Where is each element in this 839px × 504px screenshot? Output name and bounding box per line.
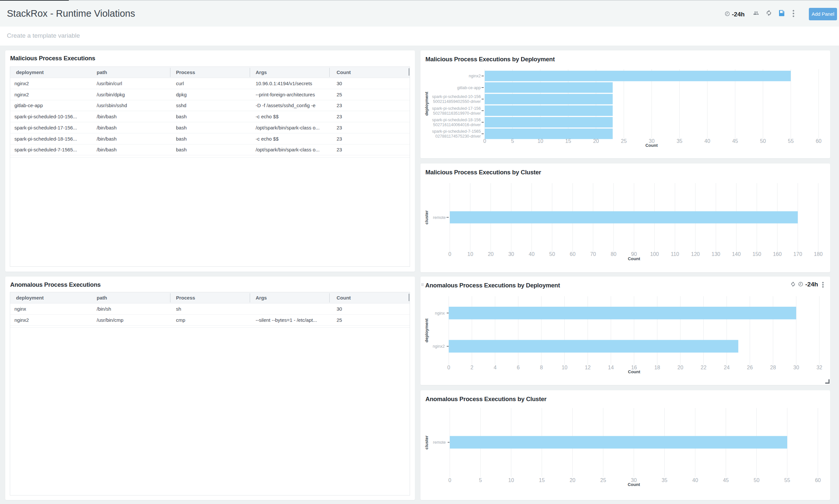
svg-text:45: 45 — [732, 138, 738, 144]
svg-text:6: 6 — [517, 365, 520, 370]
svg-text:25: 25 — [621, 138, 627, 144]
svg-text:180: 180 — [814, 251, 823, 257]
svg-text:5: 5 — [479, 478, 482, 483]
svg-text:spark-pi-scheduled-10-156: spark-pi-scheduled-10-156 — [432, 94, 481, 99]
svg-text:5027161140064016-driver: 5027161140064016-driver — [433, 123, 481, 127]
svg-text:55: 55 — [788, 138, 794, 144]
svg-text:22: 22 — [701, 365, 707, 370]
svg-text:Count: Count — [628, 369, 640, 374]
svg-text:55: 55 — [784, 478, 790, 483]
svg-text:26: 26 — [747, 365, 753, 370]
svg-text:5002114859402550-driver: 5002114859402550-driver — [433, 99, 481, 104]
svg-text:Malicious Process Executions b: Malicious Process Executions by Cluster — [425, 169, 541, 176]
svg-text:10: 10 — [508, 478, 514, 483]
svg-text:50: 50 — [754, 478, 760, 483]
svg-text:Anomalous Process Executions b: Anomalous Process Executions by Deployme… — [425, 282, 560, 289]
svg-text:28: 28 — [770, 365, 776, 370]
svg-text:160: 160 — [773, 251, 782, 257]
svg-text:10: 10 — [537, 138, 543, 144]
svg-text:gitlab-ce-app: gitlab-ce-app — [457, 86, 481, 90]
svg-text:32: 32 — [816, 365, 822, 370]
svg-text:0: 0 — [447, 365, 450, 370]
svg-text:nginx2: nginx2 — [433, 344, 445, 349]
svg-text:70: 70 — [590, 251, 596, 257]
svg-text:35: 35 — [662, 478, 667, 483]
svg-text:Count: Count — [645, 143, 658, 148]
svg-text:4: 4 — [494, 365, 497, 370]
svg-text:cluster: cluster — [424, 210, 429, 224]
svg-text:40: 40 — [704, 138, 710, 144]
svg-text:5027881163519970-driver: 5027881163519970-driver — [433, 111, 481, 116]
svg-text:0: 0 — [448, 478, 451, 483]
svg-text:Malicious Process Executions b: Malicious Process Executions by Deployme… — [425, 56, 555, 62]
svg-text:120: 120 — [691, 251, 700, 257]
svg-text:Count: Count — [628, 482, 640, 487]
svg-text:14: 14 — [608, 365, 614, 370]
svg-text:spark-pi-scheduled-17-156: spark-pi-scheduled-17-156 — [432, 106, 481, 111]
svg-text:18: 18 — [654, 365, 660, 370]
svg-text:30: 30 — [508, 251, 514, 257]
svg-text:spark-pi-scheduled-18-156: spark-pi-scheduled-18-156 — [432, 118, 481, 122]
svg-text:20: 20 — [593, 138, 599, 144]
svg-text:110: 110 — [671, 251, 679, 257]
svg-text:0: 0 — [448, 251, 451, 257]
svg-text:60: 60 — [816, 138, 822, 144]
svg-text:40: 40 — [692, 478, 698, 483]
svg-text:45: 45 — [723, 478, 729, 483]
svg-text:nginx: nginx — [435, 311, 445, 316]
svg-text:15: 15 — [565, 138, 571, 144]
svg-text:20: 20 — [488, 251, 494, 257]
svg-text:027881174575230-driver: 027881174575230-driver — [435, 134, 481, 139]
svg-text:spark-pi-scheduled-7-1565: spark-pi-scheduled-7-1565 — [432, 129, 481, 134]
svg-text:0: 0 — [483, 138, 486, 144]
svg-text:Count: Count — [628, 256, 640, 261]
svg-text:25: 25 — [601, 478, 606, 483]
svg-text:deployment: deployment — [424, 318, 429, 342]
svg-text:deployment: deployment — [424, 91, 429, 116]
svg-text:60: 60 — [570, 251, 575, 257]
svg-text:50: 50 — [549, 251, 555, 257]
svg-text:Anomalous Process Executions b: Anomalous Process Executions by Cluster — [425, 396, 547, 402]
svg-text:24: 24 — [724, 365, 730, 370]
svg-text:40: 40 — [529, 251, 535, 257]
svg-text:60: 60 — [815, 478, 821, 483]
svg-text:150: 150 — [752, 251, 761, 257]
svg-text:140: 140 — [732, 251, 741, 257]
svg-text:35: 35 — [676, 138, 682, 144]
svg-text:12: 12 — [585, 365, 591, 370]
svg-text:remote: remote — [433, 215, 446, 220]
svg-text:170: 170 — [793, 251, 802, 257]
svg-text:10: 10 — [562, 365, 568, 370]
svg-text:20: 20 — [677, 365, 683, 370]
svg-text:-24h: -24h — [805, 281, 818, 288]
svg-text:30: 30 — [793, 365, 799, 370]
svg-text:remote: remote — [433, 440, 446, 445]
svg-text:100: 100 — [650, 251, 659, 257]
svg-text:130: 130 — [712, 251, 720, 257]
svg-text:80: 80 — [611, 251, 617, 257]
svg-text:nginx2: nginx2 — [469, 74, 481, 78]
svg-text:2: 2 — [470, 365, 473, 370]
svg-text:8: 8 — [540, 365, 543, 370]
svg-text:5: 5 — [511, 138, 514, 144]
svg-text:15: 15 — [539, 478, 545, 483]
svg-text:10: 10 — [467, 251, 473, 257]
svg-text:50: 50 — [760, 138, 766, 144]
svg-text:cluster: cluster — [424, 435, 429, 450]
svg-text:20: 20 — [570, 478, 575, 483]
